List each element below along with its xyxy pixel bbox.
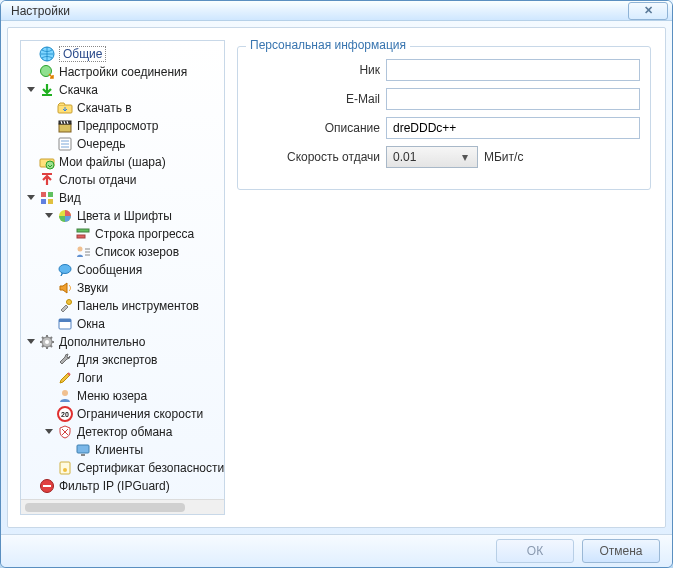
pie-chart-icon (57, 208, 73, 224)
svg-rect-3 (59, 124, 71, 132)
expander-icon[interactable] (25, 84, 37, 96)
tree-label: Меню юзера (77, 389, 147, 403)
email-input[interactable] (386, 88, 640, 110)
tree-item-certificate[interactable]: Сертификат безопасности (41, 459, 222, 477)
group-title: Персональная информация (246, 38, 410, 52)
svg-rect-19 (59, 319, 71, 322)
gear-icon (39, 334, 55, 350)
tree-item-windows[interactable]: Окна (41, 315, 222, 333)
nick-label: Ник (248, 63, 386, 77)
row-description: Описание (248, 117, 640, 139)
tree-item-colors-fonts[interactable]: Цвета и Шрифты (41, 207, 222, 225)
monitor-icon (75, 442, 91, 458)
tree-item-general[interactable]: Общие (23, 45, 222, 63)
tree-item-queue[interactable]: Очередь (41, 135, 222, 153)
close-button[interactable]: ✕ (628, 2, 668, 20)
tree-label: Ограничения скорости (77, 407, 203, 421)
tree-label: Панель инструментов (77, 299, 199, 313)
close-icon: ✕ (644, 4, 653, 17)
tree-label: Логи (77, 371, 103, 385)
tree-scroll[interactable]: Общие Настройки соединения (21, 41, 224, 499)
description-label: Описание (248, 121, 386, 135)
personal-info-group: Персональная информация Ник E-Mail Описа… (237, 46, 651, 190)
shield-icon (57, 424, 73, 440)
svg-rect-26 (81, 454, 85, 456)
wrench-icon (57, 352, 73, 368)
tree-item-download-to[interactable]: Скачать в (41, 99, 222, 117)
description-input[interactable] (386, 117, 640, 139)
horizontal-scrollbar[interactable] (21, 499, 224, 514)
upload-speed-label: Скорость отдачи (248, 150, 386, 164)
tree-item-cheat-detector[interactable]: Детектор обмана (41, 423, 222, 441)
tree-item-advanced[interactable]: Дополнительно (23, 333, 222, 351)
globe-icon (39, 46, 55, 62)
folder-down-icon (57, 100, 73, 116)
user-icon (57, 388, 73, 404)
tree-label: Предпросмотр (77, 119, 158, 133)
tree-item-progress-bar[interactable]: Строка прогресса (59, 225, 222, 243)
window-icon (57, 316, 73, 332)
row-upload-speed: Скорость отдачи 0.01 ▾ МБит/с (248, 146, 640, 168)
tree-label: Звуки (77, 281, 108, 295)
user-list-icon (75, 244, 91, 260)
ok-button[interactable]: ОК (496, 539, 574, 563)
tree-label: Строка прогресса (95, 227, 194, 241)
tree-item-sounds[interactable]: Звуки (41, 279, 222, 297)
svg-rect-13 (77, 229, 89, 232)
tree-label: Фильтр IP (IPGuard) (59, 479, 170, 493)
tree-label: Список юзеров (95, 245, 179, 259)
ok-label: ОК (527, 544, 543, 558)
tree-item-messages[interactable]: Сообщения (41, 261, 222, 279)
download-icon (39, 82, 55, 98)
expander-icon[interactable] (25, 336, 37, 348)
tree-item-user-menu[interactable]: Меню юзера (41, 387, 222, 405)
svg-point-21 (45, 340, 49, 344)
bars-icon (75, 226, 91, 242)
tree-label: Вид (59, 191, 81, 205)
upload-speed-combo[interactable]: 0.01 ▾ (386, 146, 478, 168)
tree-item-upload-slots[interactable]: Слоты отдачи (23, 171, 222, 189)
svg-point-28 (63, 468, 67, 472)
tree-item-ipguard[interactable]: Фильтр IP (IPGuard) (23, 477, 222, 495)
svg-point-7 (46, 161, 54, 169)
clapper-icon (57, 118, 73, 134)
tree-item-share[interactable]: Мои файлы (шара) (23, 153, 222, 171)
tree-label: Детектор обмана (77, 425, 172, 439)
tree-item-logs[interactable]: Логи (41, 369, 222, 387)
expander-icon[interactable] (43, 426, 55, 438)
tree-item-user-list[interactable]: Список юзеров (59, 243, 222, 261)
svg-rect-9 (48, 192, 53, 197)
expander-icon[interactable] (43, 210, 55, 222)
speed-limit-icon: 20 (57, 406, 73, 422)
nick-input[interactable] (386, 59, 640, 81)
settings-panel: Персональная информация Ник E-Mail Описа… (235, 40, 653, 515)
tree-label: Сертификат безопасности (77, 461, 224, 475)
tree-item-downloads[interactable]: Скачка (23, 81, 222, 99)
tree-item-appearance[interactable]: Вид (23, 189, 222, 207)
cancel-label: Отмена (599, 544, 642, 558)
cancel-button[interactable]: Отмена (582, 539, 660, 563)
titlebar: Настройки ✕ (1, 1, 672, 21)
list-icon (57, 136, 73, 152)
category-tree: Общие Настройки соединения (23, 45, 222, 495)
window-title: Настройки (11, 4, 628, 18)
upload-speed-unit: МБит/с (484, 150, 523, 164)
expander-icon[interactable] (25, 192, 37, 204)
tree-label: Настройки соединения (59, 65, 187, 79)
tree-item-toolbar[interactable]: Панель инструментов (41, 297, 222, 315)
tree-label: Мои файлы (шара) (59, 155, 166, 169)
scrollbar-thumb[interactable] (25, 503, 185, 512)
folder-share-icon (39, 154, 55, 170)
tree-item-clients[interactable]: Клиенты (59, 441, 222, 459)
settings-window: Настройки ✕ Общие (0, 0, 673, 568)
svg-rect-8 (41, 192, 46, 197)
tools-icon (57, 298, 73, 314)
email-label: E-Mail (248, 92, 386, 106)
tree-item-connection[interactable]: Настройки соединения (23, 63, 222, 81)
tree-label: Очередь (77, 137, 126, 151)
content-area: Общие Настройки соединения (7, 27, 666, 528)
tree-label: Скачка (59, 83, 98, 97)
tree-item-experts[interactable]: Для экспертов (41, 351, 222, 369)
tree-item-preview[interactable]: Предпросмотр (41, 117, 222, 135)
tree-item-speed-limit[interactable]: 20 Ограничения скорости (41, 405, 222, 423)
